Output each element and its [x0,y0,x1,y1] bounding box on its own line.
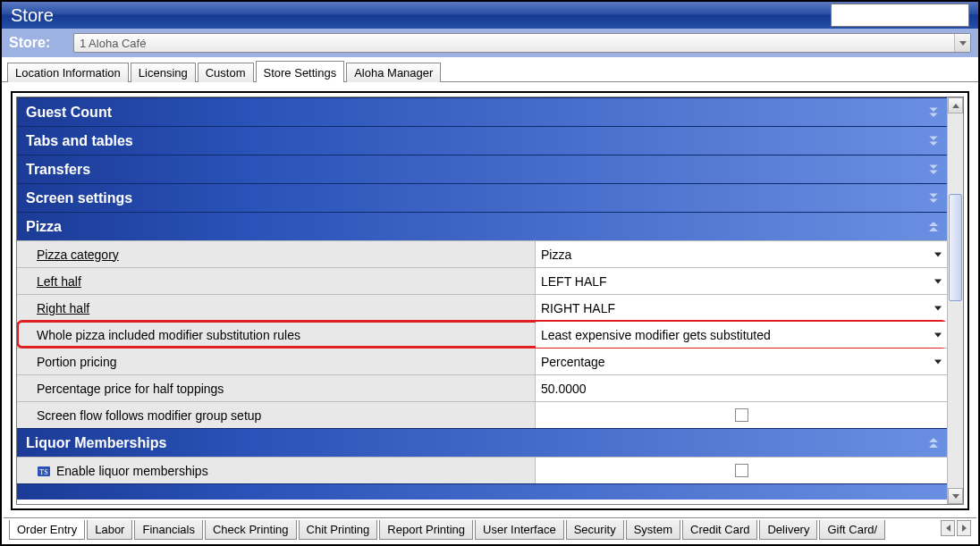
screen-flow-checkbox[interactable] [735,408,748,422]
tab-security[interactable]: Security [566,520,624,540]
tab-location-information[interactable]: Location Information [7,63,129,82]
tab-user-interface[interactable]: User Interface [475,520,564,540]
titlebar-search-input[interactable] [831,4,969,27]
tab-delivery[interactable]: Delivery [759,520,817,540]
chevron-right-icon [962,525,967,532]
section-label: Pizza [26,219,62,235]
tab-aloha-manager[interactable]: Aloha Manager [346,63,441,82]
tab-labor[interactable]: Labor [87,520,132,540]
tabs-scroll-right-button[interactable] [957,520,971,536]
scroll-down-button[interactable] [948,488,963,504]
property-label: TS Enable liquor memberships [17,458,536,483]
window-title: Store [11,5,54,26]
tab-label: Order Entry [17,523,77,536]
tabs-scroll-left-button[interactable] [941,520,955,536]
chevron-up-icon [929,222,938,231]
scroll-up-button[interactable] [948,97,963,113]
chevron-down-icon [929,193,938,203]
store-dropdown-button[interactable] [954,34,970,52]
tab-label: Gift Card/ [827,523,877,536]
tab-label: Security [574,523,616,536]
chevron-down-icon [934,252,942,256]
enable-liquor-checkbox[interactable] [735,464,748,477]
tab-credit-card[interactable]: Credit Card [682,520,757,540]
tab-system[interactable]: System [626,520,680,540]
section-partial[interactable] [17,483,947,500]
tab-store-settings[interactable]: Store Settings [256,61,345,82]
pizza-category-dropdown[interactable]: Pizza [536,241,947,267]
property-row: Screen flow follows modifier group setup [17,401,947,428]
property-row: Portion pricing Percentage [17,348,947,374]
chevron-down-icon [959,41,967,46]
property-label: Pizza category [17,241,536,267]
scrollbar-track[interactable] [948,113,963,488]
section-pizza[interactable]: Pizza [17,212,947,240]
tab-label: Custom [206,66,246,80]
whole-pizza-substitution-dropdown[interactable]: Least expensive modifier gets substitute… [536,322,947,348]
section-screen-settings[interactable]: Screen settings [17,183,947,212]
accordion: Guest Count Tabs and tables Transfers Sc… [17,97,947,504]
store-label: Store: [9,35,66,51]
settings-panel: Guest Count Tabs and tables Transfers Sc… [16,97,964,505]
chevron-down-icon [934,359,942,364]
property-row: TS Enable liquor memberships [17,457,947,483]
section-liquor-memberships[interactable]: Liquor Memberships [17,428,947,457]
property-value: LEFT HALF [541,274,607,289]
tab-financials[interactable]: Financials [134,520,203,540]
property-label: Whole pizza included modifier substituti… [17,322,536,348]
tab-label: Delivery [767,523,809,536]
bottom-tab-bar: Order Entry Labor Financials Check Print… [4,517,976,542]
store-dropdown[interactable]: 1 Aloha Café [73,33,971,53]
app-window: Store Store: 1 Aloha Café Location Infor… [0,0,980,546]
settings-panel-frame: Guest Count Tabs and tables Transfers Sc… [11,91,969,510]
section-transfers[interactable]: Transfers [17,155,947,183]
property-value: Percentage [541,355,605,369]
tab-label: Report Printing [387,523,465,536]
left-half-dropdown[interactable]: LEFT HALF [536,268,947,294]
vertical-scrollbar[interactable] [947,97,963,504]
chevron-up-icon [929,438,938,448]
tab-label: Licensing [139,66,188,80]
chevron-down-icon [952,494,959,499]
tab-chit-printing[interactable]: Chit Printing [299,520,378,540]
property-row: Pizza category Pizza [17,240,947,267]
property-label: Left half [17,268,536,294]
percentage-price-input[interactable]: 50.0000 [536,375,947,401]
tab-label: Store Settings [264,66,337,80]
portion-pricing-dropdown[interactable]: Percentage [536,349,947,374]
scrollbar-thumb[interactable] [949,194,962,301]
tab-report-printing[interactable]: Report Printing [379,520,473,540]
screen-flow-checkbox-cell [536,402,947,428]
chevron-down-icon [929,136,938,146]
property-value: Pizza [541,248,571,262]
ts-icon: TS [37,464,51,478]
tab-check-printing[interactable]: Check Printing [205,520,297,540]
svg-text:TS: TS [39,468,47,476]
right-half-dropdown[interactable]: RIGHT HALF [536,295,947,321]
chevron-down-icon [929,164,938,174]
tab-label: Financials [142,523,195,536]
chevron-down-icon [934,279,942,283]
tab-gift-card[interactable]: Gift Card/ [819,520,885,540]
tab-label: Credit Card [690,523,749,536]
tab-order-entry[interactable]: Order Entry [9,520,85,540]
property-value: RIGHT HALF [541,301,615,315]
section-tabs-and-tables[interactable]: Tabs and tables [17,126,947,155]
property-value: 50.0000 [541,382,587,396]
property-label-text: Enable liquor memberships [56,464,208,478]
property-label: Percentage price for half toppings [17,375,536,401]
tab-licensing[interactable]: Licensing [131,63,196,82]
tab-label: Aloha Manager [354,66,433,80]
titlebar: Store [2,2,978,29]
property-row-highlighted: Whole pizza included modifier substituti… [17,321,947,348]
section-guest-count[interactable]: Guest Count [17,97,947,126]
chevron-down-icon [934,332,942,337]
property-label: Right half [17,295,536,321]
property-label: Screen flow follows modifier group setup [17,402,536,428]
tab-custom[interactable]: Custom [198,63,254,82]
section-label: Liquor Memberships [26,435,166,451]
content-area: Guest Count Tabs and tables Transfers Sc… [2,82,978,519]
tab-label: Chit Printing [307,523,370,536]
store-selector-row: Store: 1 Aloha Café [2,29,978,57]
enable-liquor-checkbox-cell [536,458,947,483]
